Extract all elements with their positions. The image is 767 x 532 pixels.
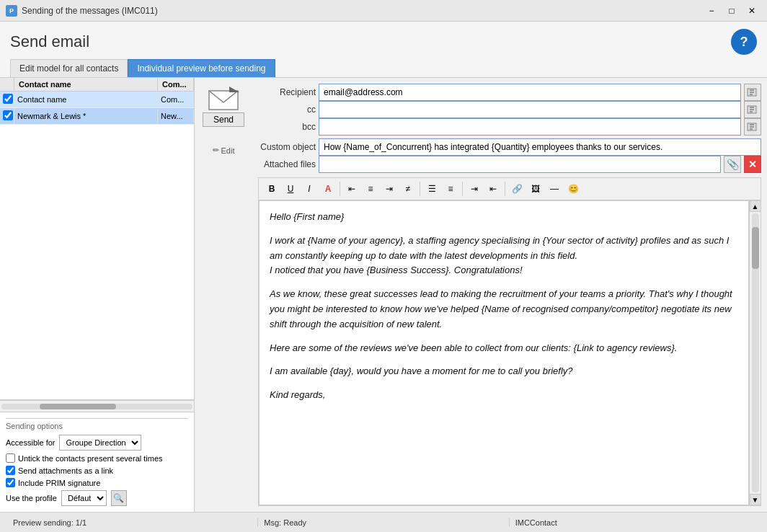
status-preview: Preview sending: 1/1 — [7, 518, 258, 527]
cc-address-button[interactable] — [744, 101, 761, 118]
send-attachments-checkbox[interactable] — [6, 466, 15, 475]
svg-marker-3 — [229, 87, 239, 92]
body-para-1: I work at {Name of your agency}, a staff… — [270, 234, 738, 278]
bcc-row: bcc — [258, 118, 761, 136]
include-prim-label: Include PRIM signature — [18, 479, 100, 487]
left-panel: Contact name Com... Contact name Com... — [0, 78, 195, 512]
option-untick: Untick the contacts present several time… — [6, 453, 188, 463]
main-window: Send email ? Edit model for all contacts… — [0, 22, 767, 532]
toolbar-align-right[interactable]: ⇥ — [381, 181, 398, 197]
app-icon: P — [6, 5, 17, 17]
content-area: Contact name Com... Contact name Com... — [0, 78, 767, 512]
toolbar-italic[interactable]: I — [301, 181, 318, 197]
window-title: Sending of the messages (IMC011) — [22, 6, 158, 16]
cc-input[interactable] — [319, 101, 741, 118]
header-check — [0, 78, 14, 91]
header-area: Send email ? — [0, 22, 767, 59]
contacts-list: Contact name Com... Newmark & Lewis * Ne… — [0, 92, 194, 380]
contact-company-1: New... — [158, 110, 194, 123]
recipient-address-button[interactable] — [744, 84, 761, 101]
contact-check-0[interactable] — [0, 92, 14, 107]
tab-individual-preview[interactable]: Individual preview before sending — [128, 59, 275, 77]
sending-options-title: Sending options — [6, 418, 188, 430]
minimize-button[interactable]: − — [702, 4, 721, 18]
attach-file-button[interactable]: 📎 — [724, 156, 741, 173]
toolbar-sep-3 — [462, 182, 463, 196]
toolbar-align-center[interactable]: ≡ — [362, 181, 379, 197]
toolbar-font-color[interactable]: A — [319, 181, 337, 197]
v-scroll-down[interactable]: ▼ — [750, 494, 761, 505]
toolbar-indent[interactable]: ⇥ — [466, 181, 483, 197]
toolbar-ordered-list[interactable]: ☰ — [423, 181, 440, 197]
profile-search-button[interactable]: 🔍 — [111, 490, 127, 506]
toolbar-link[interactable]: 🔗 — [508, 181, 526, 197]
v-scroll-thumb — [752, 227, 759, 269]
untick-label: Untick the contacts present several time… — [18, 454, 163, 463]
profile-select[interactable]: Défaut — [61, 490, 107, 506]
contact-company-0: Com... — [158, 93, 194, 106]
title-bar: P Sending of the messages (IMC011) − □ ✕ — [0, 0, 767, 22]
editor-container: Hello {First name} I work at {Name of yo… — [258, 200, 761, 506]
body-para-5: Kind regards, — [270, 388, 738, 403]
h-scroll-track — [1, 404, 192, 409]
v-scroll-up[interactable]: ▲ — [750, 200, 761, 212]
window-controls: − □ ✕ — [702, 4, 761, 18]
untick-checkbox[interactable] — [6, 453, 15, 463]
toolbar-align-left[interactable]: ⇤ — [343, 181, 360, 197]
custom-object-label: Custom object — [258, 142, 316, 152]
contact-row-0[interactable]: Contact name Com... — [0, 92, 194, 108]
cc-row: cc — [258, 101, 761, 118]
attached-files-input[interactable] — [319, 156, 721, 173]
toolbar-underline[interactable]: U — [282, 181, 299, 197]
toolbar-justify[interactable]: ≠ — [399, 181, 417, 197]
help-button[interactable]: ? — [731, 29, 757, 55]
status-msg: Msg: Ready — [258, 518, 509, 527]
bcc-label: bcc — [258, 122, 316, 132]
option-send-attachments: Send attachments as a link — [6, 466, 188, 475]
toolbar-image[interactable]: 🖼 — [527, 181, 544, 197]
right-panel: Send ✏ Edit Recipient — [195, 78, 767, 512]
edit-button[interactable]: ✏ Edit — [210, 144, 238, 156]
accessible-row: Accessible for Groupe Direction All Pers… — [6, 435, 188, 451]
toolbar-emoji[interactable]: 😊 — [564, 181, 582, 197]
profile-label: Use the profile — [6, 494, 57, 502]
accessible-label: Accessible for — [6, 438, 55, 447]
maximize-button[interactable]: □ — [722, 4, 741, 18]
h-scrollbar[interactable] — [0, 400, 194, 412]
accessible-select[interactable]: Groupe Direction All Personal — [59, 435, 141, 451]
attach-delete-button[interactable]: ✕ — [744, 156, 761, 173]
toolbar-sep-2 — [420, 182, 420, 196]
status-contact: IMCContact — [510, 518, 760, 527]
sending-options: Sending options Accessible for Groupe Di… — [0, 412, 194, 512]
recipient-input[interactable] — [319, 84, 741, 101]
editor-toolbar: B U I A ⇤ ≡ ⇥ ≠ ☰ ≡ ⇥ ⇤ 🔗 — [258, 177, 761, 200]
contact-name-0: Contact name — [14, 93, 158, 106]
bcc-input[interactable] — [319, 118, 741, 136]
toolbar-bold[interactable]: B — [263, 181, 280, 197]
contact-checkbox-1[interactable] — [3, 110, 13, 120]
email-body-editor[interactable]: Hello {First name} I work at {Name of yo… — [259, 200, 749, 505]
tab-edit-model[interactable]: Edit model for all contacts — [10, 59, 128, 77]
send-button[interactable]: Send — [203, 112, 244, 127]
include-prim-checkbox[interactable] — [6, 478, 15, 487]
toolbar-hr[interactable]: — — [546, 181, 563, 197]
email-form: Recipient cc — [252, 78, 767, 512]
h-scroll-thumb — [40, 404, 116, 409]
contact-check-1[interactable] — [0, 108, 14, 124]
contact-row-1[interactable]: Newmark & Lewis * New... — [0, 108, 194, 125]
toolbar-unordered-list[interactable]: ≡ — [442, 181, 459, 197]
send-icon-area: Send — [203, 85, 244, 127]
bcc-address-book-icon — [747, 123, 758, 131]
send-action-col: Send ✏ Edit — [195, 78, 252, 512]
body-para-2: As we know, these great successes lead t… — [270, 287, 738, 332]
toolbar-outdent[interactable]: ⇤ — [484, 181, 502, 197]
bcc-address-button[interactable] — [744, 118, 761, 136]
close-button[interactable]: ✕ — [742, 4, 761, 18]
contact-checkbox-0[interactable] — [3, 94, 13, 104]
address-book-icon — [747, 88, 758, 97]
cc-address-book-icon — [747, 105, 758, 114]
v-scrollbar[interactable]: ▲ ▼ — [749, 200, 761, 505]
contact-name-1: Newmark & Lewis * — [14, 110, 158, 123]
custom-object-input[interactable] — [319, 138, 761, 156]
cc-label: cc — [258, 105, 316, 115]
